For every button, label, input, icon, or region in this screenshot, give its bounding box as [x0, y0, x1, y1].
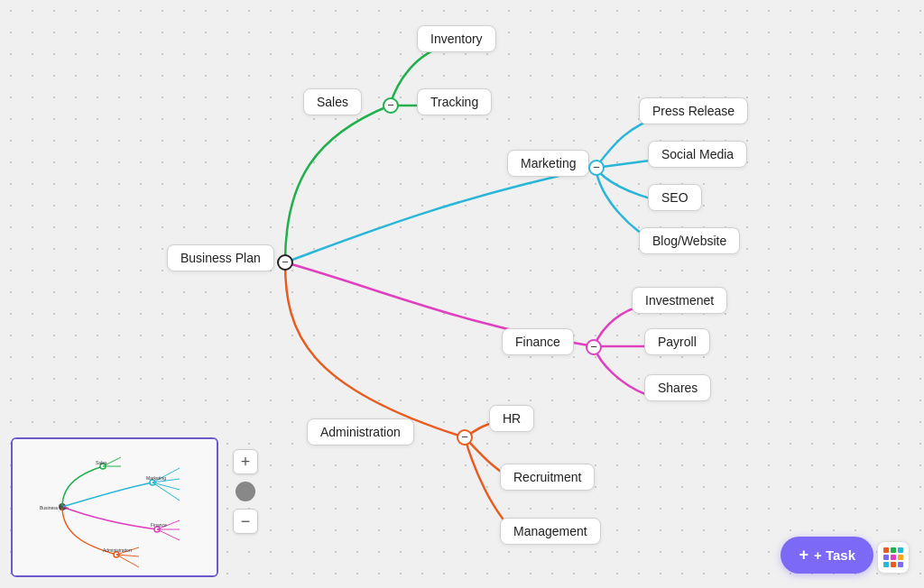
apps-dot-8 — [891, 562, 896, 567]
task-button[interactable]: + + Task — [781, 537, 873, 574]
collapse-sales[interactable] — [383, 97, 399, 114]
node-social-media[interactable]: Social Media — [648, 141, 747, 168]
node-shares[interactable]: Shares — [644, 374, 711, 401]
node-seo[interactable]: SEO — [648, 184, 702, 211]
task-plus-icon: + — [799, 546, 808, 565]
apps-button[interactable] — [877, 541, 910, 574]
zoom-indicator — [236, 482, 255, 501]
node-management[interactable]: Management — [500, 518, 601, 545]
node-inventory[interactable]: Inventory — [417, 25, 496, 52]
zoom-out-button[interactable]: − — [233, 509, 258, 534]
collapse-business-plan[interactable] — [277, 254, 293, 271]
zoom-in-button[interactable]: + — [233, 449, 258, 474]
apps-icon — [883, 547, 903, 567]
apps-dot-9 — [898, 562, 903, 567]
minimap-svg: Business Plan Sales Marketing Finance Ad… — [13, 439, 218, 577]
svg-text:Sales: Sales — [96, 460, 107, 465]
node-tracking[interactable]: Tracking — [417, 88, 492, 115]
svg-text:Business Plan: Business Plan — [40, 505, 69, 510]
node-administration[interactable]: Administration — [307, 418, 414, 446]
collapse-administration[interactable] — [457, 429, 473, 446]
node-blog-website[interactable]: Blog/Website — [639, 227, 740, 254]
node-hr[interactable]: HR — [489, 405, 534, 432]
node-payroll[interactable]: Payroll — [644, 328, 710, 355]
zoom-controls: + − — [233, 449, 258, 534]
apps-dot-6 — [898, 555, 903, 560]
node-finance[interactable]: Finance — [502, 328, 574, 355]
collapse-finance[interactable] — [586, 339, 602, 355]
node-business-plan[interactable]: Business Plan — [167, 244, 274, 271]
collapse-marketing[interactable] — [588, 160, 605, 176]
node-recruitment[interactable]: Recruitment — [500, 464, 595, 491]
apps-dot-5 — [891, 555, 896, 560]
apps-dot-2 — [891, 547, 896, 553]
minimap: Business Plan Sales Marketing Finance Ad… — [11, 437, 218, 577]
node-marketing[interactable]: Marketing — [507, 150, 589, 177]
svg-text:Administration: Administration — [103, 547, 132, 553]
task-label: + Task — [814, 547, 855, 563]
apps-dot-3 — [898, 547, 903, 553]
svg-text:Finance: Finance — [151, 522, 167, 528]
node-press-release[interactable]: Press Release — [639, 97, 748, 124]
node-sales[interactable]: Sales — [303, 88, 362, 115]
node-investmenet[interactable]: Investmenet — [632, 287, 727, 314]
apps-dot-1 — [883, 547, 889, 553]
apps-dot-7 — [883, 562, 889, 567]
svg-text:Marketing: Marketing — [146, 475, 166, 481]
apps-dot-4 — [883, 555, 889, 560]
